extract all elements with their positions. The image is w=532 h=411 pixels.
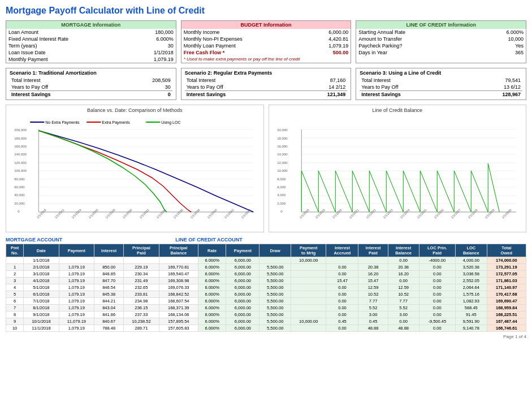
svg-text:1/1/2026: 1/1/2026 <box>433 208 444 219</box>
chart1-container: Balance vs. Date: Comparison of Methods … <box>6 105 264 232</box>
svg-text:12,000: 12,000 <box>277 161 288 165</box>
mortgage-label-2: Term (years) <box>6 42 129 49</box>
scenario-2-box: Scenario 2: Regular Extra Payments Total… <box>181 68 352 100</box>
svg-text:1/1/2030: 1/1/2030 <box>122 208 132 219</box>
svg-text:1/1/2022: 1/1/2022 <box>54 208 64 219</box>
chart1-svg: No Extra Payments Extra Payments Using L… <box>8 115 261 228</box>
col-int-balance: InterestBalance <box>388 244 419 257</box>
svg-text:1/1/2032: 1/1/2032 <box>139 208 149 219</box>
mortgage-value-3: 1/1/2018 <box>129 49 176 56</box>
scenario-1-table: Total Interest 208,509 Years to Pay Off … <box>10 77 172 98</box>
mortgage-info-box: MORTGAGE Information Loan Amount 180,000… <box>6 20 176 63</box>
col-draw: Draw <box>259 244 291 257</box>
svg-text:1/1/2022: 1/1/2022 <box>365 208 376 219</box>
table-header-row: PmtNo. Date Payment Interest PrincipalPa… <box>6 244 526 257</box>
svg-text:140,000: 140,000 <box>14 153 27 156</box>
svg-text:1/1/2030: 1/1/2030 <box>501 208 512 219</box>
svg-text:1/1/2024: 1/1/2024 <box>399 208 410 219</box>
svg-text:1/1/2019: 1/1/2019 <box>314 208 325 219</box>
loc-account-label: LINE OF CREDIT ACCOUNT <box>175 237 243 243</box>
scenario-3-box: Scenario 3: Using a Line of Credit Total… <box>356 68 526 100</box>
svg-text:1/1/2036: 1/1/2036 <box>172 208 183 219</box>
scenario-2-table: Total Interest 87,160 Years to Pay Off 1… <box>185 77 348 98</box>
scenario-3-title: Scenario 3: Using a Line of Credit <box>360 70 522 76</box>
svg-text:1/1/2021: 1/1/2021 <box>348 208 359 219</box>
page-footer: Page 1 of 4 <box>6 334 526 339</box>
col-principal-balance: PrincipalBalance <box>159 244 198 257</box>
col-interest: Interest <box>94 244 124 257</box>
scenario-3-row-2: Interest Savings 128,967 <box>360 91 522 98</box>
loc-row-1: Amount to Transfer 10,000 <box>356 36 526 42</box>
chart2-svg: 20,000 18,000 16,000 14,000 12,000 10,00… <box>271 115 524 228</box>
loc-table: Starting Annual Rate 6.000% Amount to Tr… <box>356 29 526 56</box>
mortgage-table: Loan Amount 180,000 Fixed Annual Interes… <box>6 29 176 63</box>
loc-row-3: Days in Year 365 <box>356 49 526 56</box>
scenario-2-row-2: Interest Savings 121,349 <box>185 91 348 98</box>
mortgage-value-4: 1,079.19 <box>129 56 176 63</box>
table-row: 12/1/20181,079.19850.00229.19169,770.816… <box>6 264 526 271</box>
col-loc-balance: LOCBalance <box>455 244 487 257</box>
svg-text:Extra Payments: Extra Payments <box>102 120 130 125</box>
chart1-title: Balance vs. Date: Comparison of Methods <box>8 107 261 113</box>
chart2-container: Line of Credit Balance 20,000 18,000 16,… <box>269 105 527 232</box>
table-row: 910/1/201811,079.19840.6710,238.52157,89… <box>6 318 526 325</box>
scenario-2-row-1: Years to Pay Off 14 2/12 <box>185 84 348 91</box>
table-row: 78/1/20181,079.19843.04236.15168,371.396… <box>6 305 526 312</box>
budget-label-1: Monthly Non-PI Expenses <box>181 36 304 42</box>
loc-value-3: 365 <box>475 49 526 56</box>
budget-row-3: Free Cash Flow * 500.00 <box>181 49 351 56</box>
loc-row-2: Paycheck Parking? Yes <box>356 42 526 49</box>
svg-text:120,000: 120,000 <box>14 161 27 165</box>
budget-row-0: Monthly Income 6,000.00 <box>181 29 351 36</box>
loc-info-box: LINE OF CREDIT Information Starting Annu… <box>356 20 526 63</box>
data-table: PmtNo. Date Payment Interest PrincipalPa… <box>6 244 526 332</box>
scenario-1-row-2: Interest Savings 0 <box>10 91 172 98</box>
svg-text:4,000: 4,000 <box>277 193 286 197</box>
mortgage-row-1: Fixed Annual Interest Rate 6.000% <box>6 36 176 42</box>
svg-text:1/1/2040: 1/1/2040 <box>206 208 217 219</box>
svg-text:2,000: 2,000 <box>277 202 286 205</box>
mortgage-row-4: Monthly Payment 1,079.19 <box>6 56 176 63</box>
scenario-3-table: Total Interest 79,541 Years to Pay Off 1… <box>360 77 522 98</box>
col-principal-paid: PrincipalPaid <box>124 244 159 257</box>
col-rate: Rate <box>198 244 226 257</box>
mortgage-label-3: Loan Issue Date <box>6 49 129 56</box>
svg-text:8,000: 8,000 <box>277 178 286 181</box>
svg-text:40,000: 40,000 <box>14 193 25 197</box>
col-pmt-no: PmtNo. <box>6 244 24 257</box>
col-int-accrued: InterestAccrued <box>326 244 358 257</box>
svg-text:18,000: 18,000 <box>277 137 288 140</box>
mortgage-label-0: Loan Amount <box>6 29 129 36</box>
col-payment: Payment <box>59 244 94 257</box>
svg-text:1/1/2024: 1/1/2024 <box>71 208 81 219</box>
loc-value-1: 10,000 <box>475 36 526 42</box>
budget-row-1: Monthly Non-PI Expenses 4,420.81 <box>181 36 351 42</box>
svg-text:180,000: 180,000 <box>14 137 27 140</box>
svg-text:1/1/2028: 1/1/2028 <box>467 208 478 219</box>
table-row: 23/1/20181,079.19848.85230.34169,540.476… <box>6 271 526 278</box>
svg-text:1/1/2020: 1/1/2020 <box>331 208 342 219</box>
budget-table: Monthly Income 6,000.00 Monthly Non-PI E… <box>181 29 351 56</box>
budget-value-2: 1,079.19 <box>304 42 351 49</box>
svg-text:1/1/2029: 1/1/2029 <box>484 208 495 219</box>
svg-text:6,000: 6,000 <box>277 185 286 189</box>
svg-text:200,000: 200,000 <box>14 128 27 132</box>
svg-text:1/1/2034: 1/1/2034 <box>155 208 166 219</box>
svg-text:1/1/2027: 1/1/2027 <box>450 208 461 219</box>
svg-text:80,000: 80,000 <box>14 178 25 181</box>
budget-header: BUDGET Information <box>181 21 351 29</box>
loc-value-0: 6.000% <box>475 29 526 36</box>
svg-text:1/1/2018: 1/1/2018 <box>299 208 309 219</box>
table-body: 1/1/20186.000%6,000.0010,000.000.00-4000… <box>6 257 526 332</box>
svg-text:1/1/2023: 1/1/2023 <box>382 208 393 219</box>
col-date: Date <box>24 244 59 257</box>
table-section: MORTGAGE ACCOUNT LINE OF CREDIT ACCOUNT … <box>6 237 526 332</box>
scenario-2-title: Scenario 2: Regular Extra Payments <box>185 70 348 76</box>
scenario-row: Scenario 1: Traditional Amortization Tot… <box>6 68 526 100</box>
svg-text:0: 0 <box>280 210 283 213</box>
svg-text:1/1/2042: 1/1/2042 <box>223 208 234 219</box>
svg-text:1/1/2026: 1/1/2026 <box>88 208 98 219</box>
mortgage-row-3: Loan Issue Date 1/1/2018 <box>6 49 176 56</box>
svg-text:160,000: 160,000 <box>14 145 27 148</box>
svg-text:0: 0 <box>18 210 20 213</box>
